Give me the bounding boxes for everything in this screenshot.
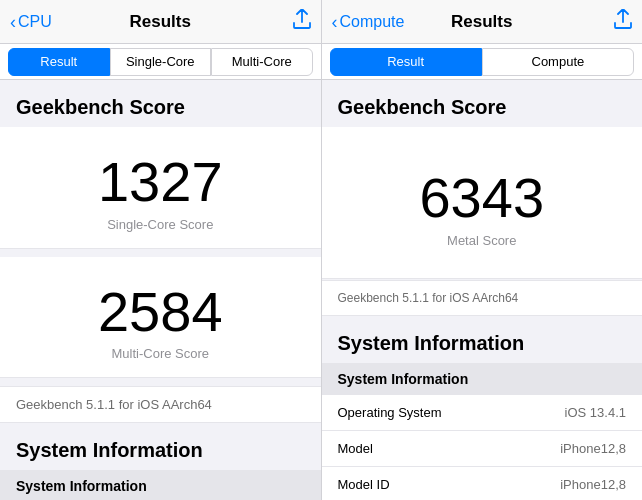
tab-bar: Result Single-Core Multi-Core Result Com…: [0, 44, 642, 80]
left-share-button[interactable]: [293, 9, 311, 34]
right-section-title: Geekbench Score: [322, 80, 643, 127]
right-model-id-row: Model ID iPhone12,8: [322, 467, 643, 500]
right-model-key: Model: [338, 441, 373, 456]
right-back-label: Compute: [340, 13, 405, 31]
right-content-panel: Geekbench Score 6343 Metal Score Geekben…: [322, 80, 643, 500]
right-tab-panel: Result Compute: [322, 44, 643, 79]
right-metal-score: 6343: [338, 167, 627, 229]
right-nav-title: Results: [451, 12, 512, 32]
left-nav-title: Results: [130, 12, 191, 32]
left-tab-multi-core[interactable]: Multi-Core: [211, 48, 313, 76]
right-model-row: Model iPhone12,8: [322, 431, 643, 467]
right-model-id-key: Model ID: [338, 477, 390, 492]
right-sys-info-title: System Information: [322, 316, 643, 363]
left-back-label: CPU: [18, 13, 52, 31]
left-chevron-icon: ‹: [10, 13, 16, 31]
right-sys-info-sub: System Information: [322, 363, 643, 395]
left-single-core-label: Single-Core Score: [16, 217, 305, 232]
left-content-panel: Geekbench Score 1327 Single-Core Score 2…: [0, 80, 322, 500]
right-model-id-val: iPhone12,8: [560, 477, 626, 492]
left-score-multi: 2584 Multi-Core Score: [0, 257, 321, 379]
right-geekbench-version: Geekbench 5.1.1 for iOS AArch64: [322, 280, 643, 316]
right-os-key: Operating System: [338, 405, 442, 420]
left-tab-result[interactable]: Result: [8, 48, 110, 76]
top-nav: ‹ CPU Results ‹ Compute Results: [0, 0, 642, 44]
right-chevron-icon: ‹: [332, 13, 338, 31]
right-tab-result[interactable]: Result: [330, 48, 482, 76]
left-tab-single-core[interactable]: Single-Core: [110, 48, 212, 76]
left-tab-panel: Result Single-Core Multi-Core: [0, 44, 322, 79]
left-nav-panel: ‹ CPU Results: [0, 0, 322, 43]
left-sys-info-sub: System Information: [0, 470, 321, 500]
left-single-core-score: 1327: [16, 151, 305, 213]
right-os-row: Operating System iOS 13.4.1: [322, 395, 643, 431]
right-model-val: iPhone12,8: [560, 441, 626, 456]
left-section-title: Geekbench Score: [0, 80, 321, 127]
right-share-button[interactable]: [614, 9, 632, 34]
left-multi-core-score: 2584: [16, 281, 305, 343]
right-metal-label: Metal Score: [338, 233, 627, 248]
content-area: Geekbench Score 1327 Single-Core Score 2…: [0, 80, 642, 500]
left-back-button[interactable]: ‹ CPU: [10, 13, 52, 31]
left-multi-core-label: Multi-Core Score: [16, 346, 305, 361]
right-score-metal: 6343 Metal Score: [322, 127, 643, 279]
right-back-button[interactable]: ‹ Compute: [332, 13, 405, 31]
left-sys-info-title: System Information: [0, 423, 321, 470]
left-score-single: 1327 Single-Core Score: [0, 127, 321, 249]
right-tab-compute[interactable]: Compute: [482, 48, 634, 76]
right-nav-panel: ‹ Compute Results: [322, 0, 643, 43]
right-os-val: iOS 13.4.1: [565, 405, 626, 420]
left-geekbench-version: Geekbench 5.1.1 for iOS AArch64: [0, 386, 321, 423]
